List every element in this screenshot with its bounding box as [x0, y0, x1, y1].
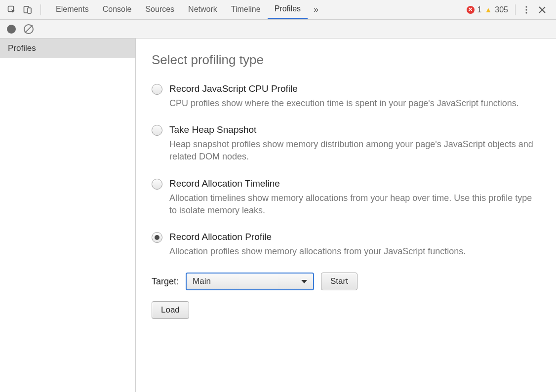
console-status[interactable]: ✕ 1 ▲ 305 [467, 5, 508, 14]
warning-icon: ▲ [484, 5, 492, 14]
svg-rect-2 [28, 8, 31, 13]
tab-elements[interactable]: Elements [49, 0, 96, 19]
tab-console[interactable]: Console [96, 0, 139, 19]
svg-point-5 [525, 12, 527, 13]
device-mode-icon[interactable] [21, 3, 35, 17]
option-desc: Allocation timelines show memory allocat… [169, 192, 535, 217]
devtools-toolbar: Elements Console Sources Network Timelin… [0, 0, 556, 20]
clear-button[interactable] [24, 24, 34, 34]
radio-allocation-profile[interactable] [152, 232, 162, 243]
target-label: Target: [152, 276, 179, 287]
radio-cpu-profile[interactable] [152, 84, 162, 95]
inspect-element-icon[interactable] [5, 3, 19, 17]
tab-timeline[interactable]: Timeline [224, 0, 268, 19]
toolbar-divider [515, 4, 516, 15]
page-title: Select profiling type [152, 52, 540, 68]
profiles-main: Select profiling type Record JavaScript … [136, 39, 556, 392]
option-title: Take Heap Snapshot [169, 124, 540, 135]
start-button[interactable]: Start [321, 273, 357, 290]
chevron-down-icon [301, 280, 307, 283]
kebab-menu-icon[interactable] [519, 3, 533, 17]
profiles-sidebar: Profiles [0, 39, 136, 392]
option-allocation-profile[interactable]: Record Allocation Profile Allocation pro… [152, 232, 540, 258]
tab-sources[interactable]: Sources [138, 0, 181, 19]
radio-allocation-timeline[interactable] [152, 179, 162, 190]
toolbar-divider [40, 4, 41, 15]
option-heap-snapshot[interactable]: Take Heap Snapshot Heap snapshot profile… [152, 124, 540, 163]
option-desc: Allocation profiles show memory allocati… [169, 245, 535, 258]
record-button[interactable] [7, 25, 16, 34]
load-button[interactable]: Load [152, 301, 189, 319]
sidebar-item-profiles[interactable]: Profiles [0, 39, 135, 58]
target-select[interactable]: Main [186, 273, 314, 290]
svg-point-4 [525, 9, 527, 10]
option-title: Record Allocation Profile [169, 232, 540, 242]
svg-point-3 [525, 6, 527, 7]
option-cpu-profile[interactable]: Record JavaScript CPU Profile CPU profil… [152, 83, 540, 110]
target-row: Target: Main Start [152, 273, 540, 290]
profiles-toolbar [0, 20, 556, 39]
error-count: 1 [477, 5, 482, 14]
tab-network[interactable]: Network [181, 0, 224, 19]
warning-count: 305 [495, 5, 508, 14]
option-title: Record Allocation Timeline [169, 178, 540, 189]
profiles-body: Profiles Select profiling type Record Ja… [0, 39, 556, 392]
tab-profiles[interactable]: Profiles [268, 0, 308, 19]
radio-heap-snapshot[interactable] [152, 125, 162, 136]
more-tabs-icon[interactable]: » [308, 0, 324, 19]
option-allocation-timeline[interactable]: Record Allocation Timeline Allocation ti… [152, 178, 540, 217]
option-desc: CPU profiles show where the execution ti… [169, 97, 535, 110]
close-devtools-icon[interactable] [535, 3, 549, 17]
option-title: Record JavaScript CPU Profile [169, 83, 540, 94]
error-icon: ✕ [467, 6, 475, 14]
target-value: Main [193, 276, 211, 286]
devtools-tabs: Elements Console Sources Network Timelin… [49, 0, 324, 19]
option-desc: Heap snapshot profiles show memory distr… [169, 138, 535, 163]
